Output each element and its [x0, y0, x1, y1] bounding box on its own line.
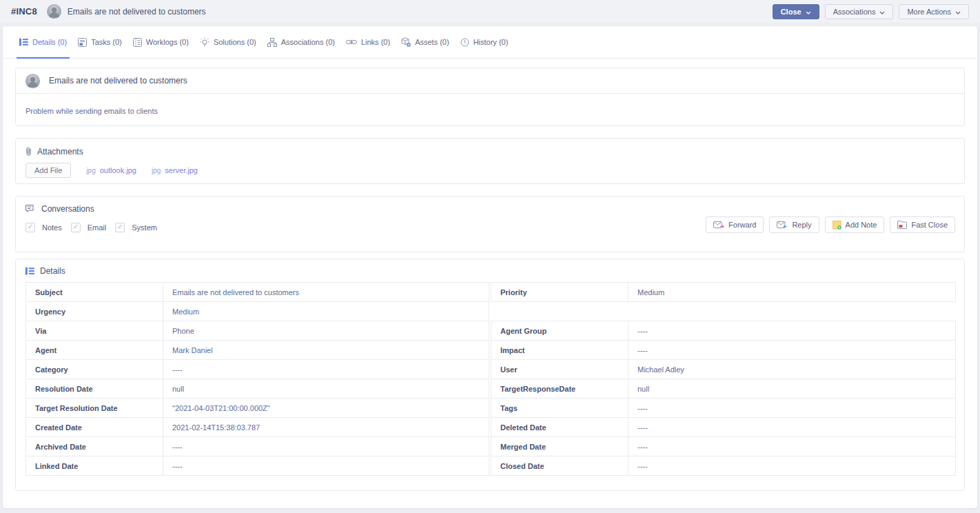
field-label: Agent Group: [491, 321, 629, 340]
field-value: ----: [163, 456, 489, 475]
attachments-header: Attachments: [25, 146, 955, 157]
table-row: TargetResponseDate null: [491, 379, 956, 399]
ticket-id: #INC8: [11, 6, 37, 17]
field-label: TargetResponseDate: [491, 379, 629, 398]
attachments-row: Add File jpg outlook.jpg jpg server.jpg: [25, 163, 955, 178]
attachments-card: Attachments Add File jpg outlook.jpg jpg…: [15, 138, 965, 184]
field-label: Target Resolution Date: [26, 399, 163, 417]
tab-solutions[interactable]: Solutions (0): [198, 26, 258, 58]
details-list-icon: [19, 38, 28, 46]
checkbox-checked-icon[interactable]: [25, 223, 35, 232]
table-row: User Michael Adley: [491, 359, 956, 379]
forward-button[interactable]: Forward: [706, 217, 764, 233]
tab-assets[interactable]: Assets (0): [400, 26, 451, 58]
more-actions-button[interactable]: More Actions: [899, 4, 969, 19]
field-label: Deleted Date: [491, 418, 629, 436]
field-value: Phone: [163, 321, 489, 340]
tab-worklogs[interactable]: Worklogs (0): [132, 26, 190, 58]
table-row: Created Date 2021-02-14T15:38:03.787: [25, 417, 489, 437]
attachment-link[interactable]: jpg server.jpg: [152, 166, 198, 174]
field-value: ----: [629, 341, 955, 359]
field-value: Michael Adley: [629, 360, 955, 379]
file-name: outlook.jpg: [100, 166, 136, 174]
top-bar: #INC8 Emails are not delivered to custom…: [0, 0, 980, 23]
tab-links[interactable]: Links (0): [345, 26, 391, 58]
main-panel: Details (0) Tasks (0) Worklogs (0) Solut…: [3, 26, 977, 508]
checkbox-checked-icon[interactable]: [115, 223, 125, 232]
field-value: ----: [629, 321, 955, 340]
close-button[interactable]: Close: [773, 4, 819, 19]
associations-button[interactable]: Associations: [825, 4, 894, 19]
person-icon: [47, 4, 61, 19]
reply-button[interactable]: Reply: [769, 217, 819, 233]
fast-close-button[interactable]: Fast Close: [890, 217, 955, 233]
details-table-left: Subject Emails are not delivered to cust…: [25, 282, 489, 476]
table-row: Archived Date ----: [25, 436, 489, 456]
field-label: Impact: [491, 341, 629, 359]
lightbulb-icon: [200, 37, 210, 47]
worklogs-icon: [133, 38, 142, 47]
reply-mail-icon: [777, 221, 788, 229]
field-value: null: [163, 379, 489, 398]
table-row: Closed Date ----: [491, 456, 956, 476]
chevron-down-icon: [955, 8, 961, 16]
conversations-card: Conversations Notes Email System: [15, 196, 965, 252]
field-label: User: [491, 360, 629, 379]
field-label: Closed Date: [491, 456, 629, 475]
field-label: Created Date: [26, 418, 163, 436]
field-value: ----: [163, 360, 489, 379]
field-value: null: [629, 379, 955, 398]
person-icon: [25, 74, 40, 88]
filter-email[interactable]: Email: [71, 223, 107, 232]
tab-history[interactable]: History (0): [459, 26, 510, 58]
field-label: Merged Date: [491, 437, 629, 456]
table-row: Merged Date ----: [491, 436, 956, 456]
table-row: Target Resolution Date "2021-04-03T21:00…: [25, 398, 489, 418]
forward-mail-icon: [713, 221, 724, 229]
file-ext-badge: jpg: [86, 167, 95, 174]
attachment-link[interactable]: jpg outlook.jpg: [86, 166, 136, 174]
details-card: Details Subject Emails are not delivered…: [15, 259, 965, 491]
conversations-header: Conversations: [25, 204, 955, 214]
file-name: server.jpg: [165, 166, 198, 174]
field-label: Resolution Date: [26, 379, 163, 398]
field-value: Mark Daniel: [163, 341, 489, 359]
tab-tasks[interactable]: Tasks (0): [76, 26, 123, 58]
field-label: Via: [26, 321, 163, 340]
table-row: Tags ----: [491, 398, 956, 418]
field-value: ----: [629, 437, 955, 456]
add-note-button[interactable]: Add Note: [825, 217, 885, 233]
sticky-note-plus-icon: [833, 221, 841, 230]
field-label: Category: [26, 360, 163, 379]
filter-system[interactable]: System: [115, 223, 157, 232]
field-label: Linked Date: [26, 456, 163, 475]
tab-details[interactable]: Details (0): [18, 26, 68, 58]
field-label: Archived Date: [26, 437, 163, 456]
table-row: Agent Group ----: [491, 321, 956, 341]
details-title: Details: [40, 266, 65, 276]
field-value: ----: [163, 437, 489, 456]
sitemap-icon: [267, 38, 277, 47]
field-value: 2021-02-14T15:38:03.787: [163, 418, 489, 436]
details-table-right: Priority Medium Agent Group ---- Impact …: [491, 282, 956, 476]
history-clock-icon: [460, 38, 469, 47]
field-value: Medium: [163, 302, 489, 321]
details-list-icon: [25, 267, 34, 275]
filter-notes[interactable]: Notes: [25, 223, 62, 232]
add-file-button[interactable]: Add File: [25, 163, 71, 178]
table-row: Category ----: [25, 359, 489, 379]
field-value: ----: [629, 418, 955, 436]
summary-card-header: Emails are not delivered to customers: [16, 68, 964, 94]
chevron-down-icon: [806, 8, 811, 16]
details-header: Details: [25, 266, 956, 276]
paperclip-icon: [25, 146, 32, 157]
summary-title: Emails are not delivered to customers: [49, 76, 187, 86]
summary-description: Problem while sending emails to clients: [16, 94, 964, 128]
tab-associations[interactable]: Associations (0): [266, 26, 336, 58]
file-ext-badge: jpg: [152, 167, 161, 174]
checkbox-checked-icon[interactable]: [71, 223, 81, 232]
tab-content: Emails are not delivered to customers Pr…: [3, 59, 977, 491]
table-row: Agent Mark Daniel: [25, 340, 489, 360]
table-row: Impact ----: [491, 340, 956, 360]
summary-card: Emails are not delivered to customers Pr…: [15, 68, 965, 126]
